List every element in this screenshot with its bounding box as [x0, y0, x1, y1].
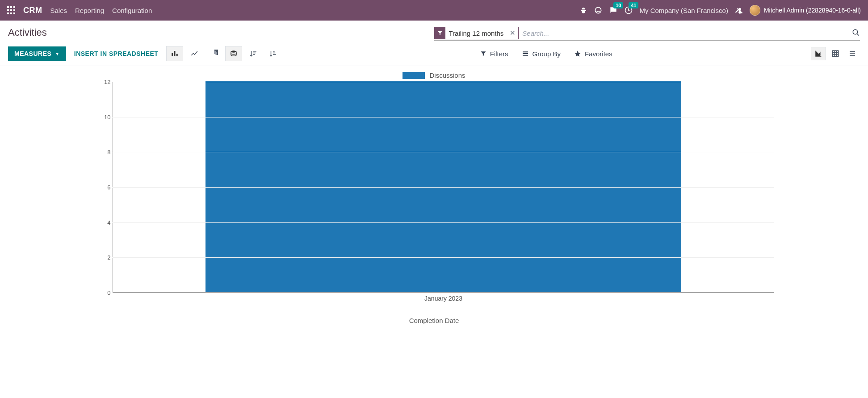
x-tick: January 2023 — [424, 295, 462, 302]
company-switcher[interactable]: My Company (San Francisco) — [639, 7, 728, 14]
y-tick: 6 — [93, 184, 111, 191]
control-panel: MEASURES ▼ INSERT IN SPREADSHEET Filters — [0, 43, 868, 66]
chart-bar[interactable] — [205, 81, 682, 292]
chart-area: Discussions 024681012 January 2023 Compl… — [0, 66, 868, 331]
svg-point-16 — [231, 50, 236, 53]
gridline — [113, 257, 774, 258]
search-box[interactable]: Trailing 12 months ✕ — [434, 27, 860, 41]
svg-rect-5 — [13, 9, 15, 11]
control-mid: Filters Group By Favorites — [475, 47, 618, 60]
filters-button[interactable]: Filters — [475, 47, 514, 60]
y-tick: 12 — [93, 79, 111, 85]
y-axis: 024681012 — [95, 82, 113, 293]
gridline — [113, 222, 774, 223]
view-switcher — [811, 47, 860, 60]
gridline — [113, 152, 774, 152]
legend-label: Discussions — [429, 71, 465, 79]
debug-tools-icon[interactable] — [734, 6, 743, 15]
insert-spreadsheet-button[interactable]: INSERT IN SPREADSHEET — [69, 46, 164, 61]
svg-rect-0 — [7, 6, 9, 8]
svg-rect-15 — [176, 54, 178, 56]
navbar-left: CRM Sales Reporting Configuration — [7, 6, 152, 15]
y-tick: 0 — [93, 289, 111, 296]
favorites-button[interactable]: Favorites — [569, 47, 618, 60]
pivot-view-icon[interactable] — [828, 47, 843, 60]
bar-chart-icon[interactable] — [166, 46, 183, 61]
menu-configuration[interactable]: Configuration — [112, 7, 152, 14]
y-tick: 8 — [93, 149, 111, 155]
activities-icon[interactable]: 41 — [624, 6, 633, 15]
search-area: Trailing 12 months ✕ — [434, 27, 860, 41]
top-navbar: CRM Sales Reporting Configuration 10 41 … — [0, 0, 868, 21]
list-view-icon[interactable] — [845, 47, 860, 60]
favorites-label: Favorites — [585, 50, 612, 58]
y-tick: 2 — [93, 254, 111, 261]
sort-asc-icon[interactable] — [264, 46, 281, 61]
chart-plot: 024681012 January 2023 — [95, 82, 774, 301]
facet-label: Trailing 12 months — [445, 28, 507, 38]
apps-icon[interactable] — [7, 6, 15, 14]
app-brand[interactable]: CRM — [23, 6, 42, 15]
navbar-right: 10 41 My Company (San Francisco) Mitchel… — [579, 5, 861, 16]
messages-icon[interactable]: 10 — [609, 6, 618, 15]
svg-rect-1 — [10, 6, 12, 8]
messages-badge: 10 — [613, 2, 623, 8]
chart-legend[interactable]: Discussions — [403, 71, 465, 79]
gridline — [113, 187, 774, 188]
user-name: Mitchell Admin (22828940-16-0-all) — [764, 7, 861, 14]
avatar — [750, 5, 760, 16]
svg-rect-6 — [7, 13, 9, 14]
y-tick: 4 — [93, 219, 111, 226]
group-by-button[interactable]: Group By — [516, 47, 566, 60]
line-chart-icon[interactable] — [186, 46, 203, 61]
page-title: Activities — [8, 27, 47, 38]
svg-point-11 — [853, 29, 858, 34]
menu-reporting[interactable]: Reporting — [75, 7, 104, 14]
support-icon[interactable] — [594, 6, 603, 15]
facet-remove-icon[interactable]: ✕ — [507, 29, 518, 37]
pie-chart-icon[interactable] — [205, 46, 222, 61]
graph-view-icon[interactable] — [811, 47, 826, 60]
filter-icon — [435, 27, 445, 39]
filters-label: Filters — [490, 50, 508, 58]
svg-rect-13 — [172, 53, 173, 57]
svg-rect-14 — [174, 51, 176, 56]
svg-rect-7 — [10, 13, 12, 14]
group-by-label: Group By — [533, 50, 561, 58]
x-axis-label: Completion Date — [409, 317, 459, 324]
gridline — [113, 117, 774, 117]
measures-label: MEASURES — [14, 50, 51, 57]
search-icon[interactable] — [852, 29, 860, 38]
header-row: Activities Trailing 12 months ✕ — [0, 21, 868, 43]
search-facet: Trailing 12 months ✕ — [434, 27, 519, 39]
caret-down-icon: ▼ — [55, 51, 59, 56]
sort-desc-icon[interactable] — [245, 46, 262, 61]
svg-rect-3 — [7, 9, 9, 11]
svg-line-12 — [857, 34, 859, 36]
control-left: MEASURES ▼ INSERT IN SPREADSHEET — [8, 46, 281, 61]
menu-sales[interactable]: Sales — [50, 7, 67, 14]
stacked-icon[interactable] — [225, 46, 242, 61]
svg-rect-2 — [13, 6, 15, 8]
gridline — [113, 82, 774, 82]
search-input[interactable] — [522, 29, 860, 37]
gridline — [113, 293, 774, 293]
svg-rect-4 — [10, 9, 12, 11]
svg-rect-8 — [13, 13, 15, 14]
legend-swatch — [403, 72, 425, 79]
measures-button[interactable]: MEASURES ▼ — [8, 46, 66, 61]
svg-rect-23 — [832, 50, 839, 57]
svg-point-9 — [595, 7, 601, 13]
activities-badge: 41 — [629, 2, 638, 8]
y-tick: 10 — [93, 113, 111, 120]
user-menu[interactable]: Mitchell Admin (22828940-16-0-all) — [750, 5, 861, 16]
bug-icon[interactable] — [579, 6, 587, 14]
